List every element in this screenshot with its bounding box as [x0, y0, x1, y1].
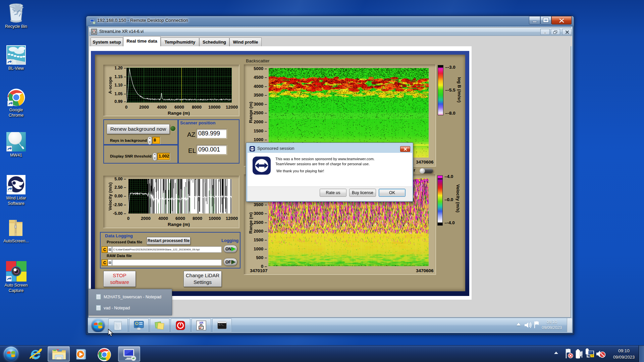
- svg-text:C:\_: C:\_: [219, 324, 224, 326]
- svg-text:XR: XR: [199, 321, 204, 324]
